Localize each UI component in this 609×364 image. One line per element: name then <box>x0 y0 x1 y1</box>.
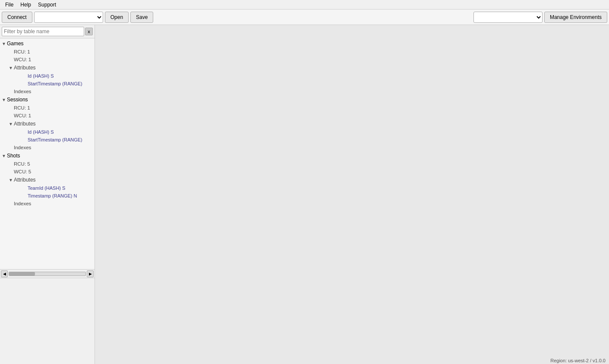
status-bar: Region: us-west-2 / v1.0.0 <box>547 357 609 364</box>
sessions-arrow-icon: ▼ <box>2 97 6 102</box>
table-tree: ▼ Games RCU: 1 WCU: 1 ▼ Attributes Id (H… <box>0 38 95 269</box>
save-button[interactable]: Save <box>130 12 153 23</box>
tree-shots-row[interactable]: ▼ Shots <box>0 151 95 160</box>
sessions-attributes-label: Attributes <box>14 121 36 127</box>
hscroll-thumb[interactable] <box>9 272 35 276</box>
shots-arrow-icon: ▼ <box>2 154 6 158</box>
shots-attr-1: Timestamp (RANGE) N <box>7 192 95 200</box>
games-label: Games <box>7 41 24 47</box>
shots-label: Shots <box>7 153 20 159</box>
table-filter-input[interactable] <box>2 27 84 36</box>
tree-games: ▼ Games RCU: 1 WCU: 1 ▼ Attributes Id (H… <box>0 39 95 95</box>
sidebar-lower-panel <box>0 278 95 364</box>
sessions-indexes[interactable]: Indexes <box>0 144 95 151</box>
tree-sessions: ▼ Sessions RCU: 1 WCU: 1 ▼ Attributes Id… <box>0 95 95 151</box>
games-attr-1: StartTimestamp (RANGE) <box>7 80 95 88</box>
menu-support[interactable]: Support <box>35 1 60 9</box>
games-wcu: WCU: 1 <box>0 56 95 63</box>
hscroll-left-button[interactable]: ◀ <box>1 270 8 277</box>
tree-shots: ▼ Shots RCU: 5 WCU: 5 ▼ Attributes TeamI… <box>0 151 95 207</box>
sessions-attr-1: StartTimestamp (RANGE) <box>7 136 95 144</box>
sidebar-hscroll: ◀ ▶ <box>0 269 95 278</box>
games-indexes[interactable]: Indexes <box>0 88 95 95</box>
menubar: File Help Support <box>0 0 609 9</box>
shots-indexes[interactable]: Indexes <box>0 200 95 207</box>
tree-games-row[interactable]: ▼ Games <box>0 39 95 48</box>
games-attributes-group: ▼ Attributes Id (HASH) S StartTimestamp … <box>0 63 95 88</box>
sessions-attr-arrow-icon: ▼ <box>9 122 13 126</box>
sessions-attributes-row[interactable]: ▼ Attributes <box>7 119 95 128</box>
menu-help[interactable]: Help <box>17 1 35 9</box>
manage-environments-button[interactable]: Manage Environments <box>544 12 607 23</box>
shots-rcu: RCU: 5 <box>0 160 95 168</box>
games-rcu: RCU: 1 <box>0 48 95 56</box>
shots-wcu: WCU: 5 <box>0 168 95 176</box>
filter-clear-button[interactable]: x <box>85 28 93 35</box>
sessions-label: Sessions <box>7 97 28 103</box>
sessions-attr-0: Id (HASH) S <box>7 128 95 136</box>
main-content: Region: us-west-2 / v1.0.0 <box>95 25 609 364</box>
games-attributes-label: Attributes <box>14 65 36 71</box>
table-select[interactable] <box>34 12 103 23</box>
shots-attr-arrow-icon: ▼ <box>9 178 13 182</box>
shots-attributes-group: ▼ Attributes TeamId (HASH) S Timestamp (… <box>0 176 95 200</box>
open-button[interactable]: Open <box>105 12 129 23</box>
status-text: Region: us-west-2 / v1.0.0 <box>550 358 606 363</box>
sessions-wcu: WCU: 1 <box>0 112 95 119</box>
shots-attributes-row[interactable]: ▼ Attributes <box>7 176 95 184</box>
sidebar-filter: x <box>0 25 95 38</box>
shots-attributes-label: Attributes <box>14 177 36 183</box>
connect-button[interactable]: Connect <box>2 12 32 23</box>
sessions-attributes-group: ▼ Attributes Id (HASH) S StartTimestamp … <box>0 119 95 144</box>
tree-sessions-row[interactable]: ▼ Sessions <box>0 95 95 104</box>
sessions-rcu: RCU: 1 <box>0 104 95 112</box>
games-arrow-icon: ▼ <box>2 41 6 46</box>
region-select[interactable] <box>473 12 543 23</box>
main-layout: x ▼ Games RCU: 1 WCU: 1 ▼ Attributes Id … <box>0 25 609 364</box>
sidebar: x ▼ Games RCU: 1 WCU: 1 ▼ Attributes Id … <box>0 25 95 364</box>
hscroll-track[interactable] <box>9 272 86 276</box>
games-attr-0: Id (HASH) S <box>7 72 95 80</box>
games-attributes-row[interactable]: ▼ Attributes <box>7 63 95 72</box>
hscroll-right-button[interactable]: ▶ <box>87 270 94 277</box>
shots-attr-0: TeamId (HASH) S <box>7 184 95 192</box>
toolbar-right: Manage Environments <box>473 12 607 23</box>
toolbar: Connect Open Save Manage Environments <box>0 9 609 25</box>
menu-file[interactable]: File <box>2 1 17 9</box>
games-attr-arrow-icon: ▼ <box>9 66 13 70</box>
